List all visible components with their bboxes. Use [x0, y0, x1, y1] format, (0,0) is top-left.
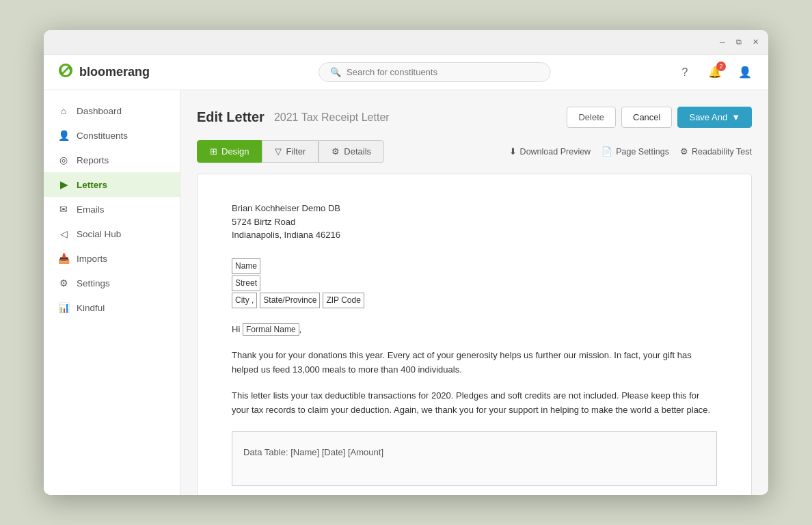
merge-street-tag: Street	[232, 275, 260, 291]
page-header: Edit Letter 2021 Tax Receipt Letter Dele…	[197, 107, 752, 128]
maximize-button[interactable]: ⧉	[734, 38, 744, 47]
merge-city-tag: City ,	[232, 293, 257, 308]
tab-filter[interactable]: ▽ Filter	[262, 140, 319, 163]
tab-details[interactable]: ⚙ Details	[319, 140, 384, 163]
sidebar-item-label: Dashboard	[77, 106, 122, 116]
close-button[interactable]: ✕	[750, 38, 760, 47]
dashboard-icon: ⌂	[57, 105, 70, 116]
download-icon: ⬇	[509, 146, 517, 157]
imports-icon: 📥	[57, 253, 70, 264]
help-icon[interactable]: ?	[675, 63, 694, 82]
dropdown-arrow-icon: ▼	[731, 112, 740, 122]
reports-icon: ◎	[57, 154, 70, 165]
search-bar: 🔍	[194, 62, 675, 82]
sidebar-item-dashboard[interactable]: ⌂ Dashboard	[44, 98, 180, 123]
title-bar: ─ ⧉ ✕	[44, 30, 768, 55]
merge-name-tag: Name	[232, 258, 260, 274]
data-table-label: Data Table:	[243, 447, 288, 457]
main-content: Edit Letter 2021 Tax Receipt Letter Dele…	[180, 90, 768, 495]
user-icon[interactable]: 👤	[735, 63, 755, 82]
merge-state-tag: State/Province	[260, 293, 320, 308]
letter-preview: Brian Kochheiser Demo DB 5724 Birtz Road…	[197, 174, 752, 495]
page-settings-action[interactable]: 📄 Page Settings	[601, 146, 669, 157]
sidebar-item-label: Letters	[77, 180, 107, 190]
design-tab-icon: ⊞	[210, 146, 217, 157]
readability-test-action[interactable]: ⚙ Readability Test	[680, 146, 752, 157]
header-icons: ? 🔔 2 👤	[675, 63, 755, 82]
letter-greeting: Hi Formal Name,	[232, 322, 717, 337]
notification-badge: 2	[716, 62, 726, 71]
window-controls: ─ ⧉ ✕	[718, 38, 760, 47]
sidebar-item-label: Constituents	[77, 131, 128, 141]
notifications-icon[interactable]: 🔔 2	[705, 63, 725, 82]
settings-icon: ⚙	[57, 278, 70, 288]
emails-icon: ✉	[57, 204, 70, 215]
filter-tab-icon: ▽	[275, 146, 282, 157]
sidebar-item-settings[interactable]: ⚙ Settings	[44, 271, 180, 295]
sidebar-item-kindful[interactable]: 📊 Kindful	[44, 295, 180, 320]
merge-fields: Name Street City , State/Province ZIP Co…	[232, 258, 717, 309]
letter-body-2: This letter lists your tax deductible tr…	[232, 388, 717, 418]
tabs-left: ⊞ Design ▽ Filter ⚙ Details	[197, 140, 384, 163]
sidebar-item-social-hub[interactable]: ◁ Social Hub	[44, 221, 180, 246]
kindful-icon: 📊	[57, 302, 70, 313]
address-line2: 5724 Birtz Road	[232, 215, 717, 229]
save-and-button[interactable]: Save And ▼	[677, 107, 752, 128]
tabs-right: ⬇ Download Preview 📄 Page Settings ⚙ Rea…	[509, 146, 752, 157]
top-header: bloomerang 🔍 ? 🔔 2 👤	[44, 55, 768, 90]
sidebar-item-label: Imports	[77, 254, 107, 264]
sidebar-item-label: Reports	[77, 155, 109, 165]
sidebar-item-label: Kindful	[77, 303, 105, 313]
cancel-button[interactable]: Cancel	[621, 107, 672, 128]
sidebar-item-reports[interactable]: ◎ Reports	[44, 148, 180, 172]
greeting-text: Hi	[232, 324, 240, 334]
download-preview-action[interactable]: ⬇ Download Preview	[509, 146, 591, 157]
social-hub-icon: ◁	[57, 228, 70, 239]
content-wrapper: ⌂ Dashboard 👤 Constituents ◎ Reports ▶ L…	[44, 90, 768, 495]
merge-street-row: Street	[232, 275, 717, 291]
search-icon: 🔍	[330, 67, 341, 77]
search-input-wrap[interactable]: 🔍	[319, 62, 551, 82]
formal-name-tag: Formal Name	[243, 323, 299, 336]
logo-icon	[57, 62, 74, 83]
page-subtitle: 2021 Tax Receipt Letter	[274, 111, 390, 124]
sidebar-item-imports[interactable]: 📥 Imports	[44, 246, 180, 271]
sidebar: ⌂ Dashboard 👤 Constituents ◎ Reports ▶ L…	[44, 90, 180, 495]
page-actions: Delete Cancel Save And ▼	[567, 107, 752, 128]
tabs-bar: ⊞ Design ▽ Filter ⚙ Details ⬇ Do	[197, 140, 752, 163]
address-line1: Brian Kochheiser Demo DB	[232, 202, 717, 215]
page-settings-icon: 📄	[601, 146, 612, 157]
merge-address-row: City , State/Province ZIP Code	[232, 293, 717, 308]
minimize-button[interactable]: ─	[718, 38, 727, 47]
letter-body-1: Thank you for your donations this year. …	[232, 348, 717, 377]
merge-name-row: Name	[232, 258, 717, 274]
page-title: Edit Letter	[197, 109, 265, 125]
letters-icon: ▶	[57, 179, 70, 190]
sidebar-item-letters[interactable]: ▶ Letters	[44, 172, 180, 197]
logo-text: bloomerang	[79, 65, 150, 79]
logo-area: bloomerang	[57, 62, 194, 83]
sender-address: Brian Kochheiser Demo DB 5724 Birtz Road…	[232, 202, 717, 242]
page-title-area: Edit Letter 2021 Tax Receipt Letter	[197, 109, 390, 125]
data-table-preview: Data Table: [Name] [Date] [Amount]	[232, 431, 717, 486]
address-line3: Indianapolis, Indiana 46216	[232, 228, 717, 242]
sidebar-item-label: Settings	[77, 278, 110, 288]
tab-design[interactable]: ⊞ Design	[197, 140, 262, 163]
readability-icon: ⚙	[680, 146, 688, 157]
constituents-icon: 👤	[57, 130, 70, 141]
data-table-cols: [Name] [Date] [Amount]	[290, 447, 383, 457]
search-input[interactable]	[347, 67, 539, 77]
sidebar-item-label: Social Hub	[77, 229, 121, 239]
merge-zip-tag: ZIP Code	[323, 293, 364, 308]
sidebar-item-constituents[interactable]: 👤 Constituents	[44, 123, 180, 148]
sidebar-item-label: Emails	[77, 204, 105, 215]
app-window: ─ ⧉ ✕ bloomerang 🔍 ? 🔔 2	[44, 30, 768, 495]
details-tab-icon: ⚙	[331, 146, 340, 157]
delete-button[interactable]: Delete	[567, 107, 616, 128]
sidebar-item-emails[interactable]: ✉ Emails	[44, 197, 180, 221]
